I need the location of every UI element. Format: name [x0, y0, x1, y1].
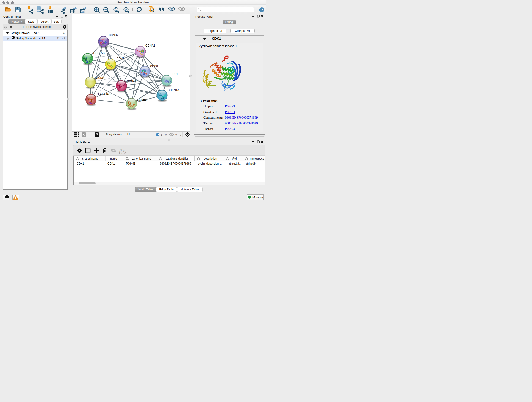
svg-text:CDK1: CDK1: [108, 162, 115, 165]
svg-text:CCNA1: CCNA1: [146, 44, 155, 47]
svg-text:CDK1: CDK1: [77, 162, 84, 165]
svg-text:stringdb:9...: stringdb:9...: [229, 162, 241, 165]
svg-text:CDC25B: CDC25B: [94, 51, 105, 55]
svg-text:0 – 0: 0 – 0: [175, 133, 181, 136]
svg-text:P06493: P06493: [126, 162, 136, 165]
svg-text:1 – 0: 1 – 0: [161, 133, 167, 136]
svg-text:namespace: namespace: [250, 157, 264, 160]
svg-text:description: description: [204, 157, 217, 160]
svg-text:shared name: shared name: [82, 157, 98, 160]
svg-text:@id: @id: [232, 157, 237, 160]
svg-text:HIST1H1A: HIST1H1A: [97, 92, 110, 95]
svg-text:database identifier: database identifier: [166, 157, 188, 160]
svg-text:canonical name: canonical name: [132, 157, 151, 160]
svg-text:f(x): f(x): [119, 148, 127, 153]
svg-text:?: ?: [261, 8, 263, 12]
svg-text:CCNB1: CCNB1: [96, 76, 106, 80]
svg-text:stringdb: stringdb: [246, 162, 256, 165]
svg-text:CCNA2: CCNA2: [127, 80, 137, 83]
svg-text:9606.ENSP00000378699: 9606.ENSP00000378699: [160, 162, 191, 165]
svg-text:name: name: [110, 157, 117, 160]
svg-text:cyclin–dependent ...: cyclin–dependent ...: [198, 162, 222, 165]
svg-text:CCNB2: CCNB2: [109, 33, 119, 37]
svg-text:CDKN1A: CDKN1A: [168, 89, 179, 92]
svg-text:CDK1: CDK1: [117, 57, 124, 60]
svg-text:CCNE1: CCNE1: [137, 98, 146, 101]
svg-text:CDC6: CDC6: [150, 65, 158, 68]
svg-text:RB1: RB1: [172, 72, 178, 76]
